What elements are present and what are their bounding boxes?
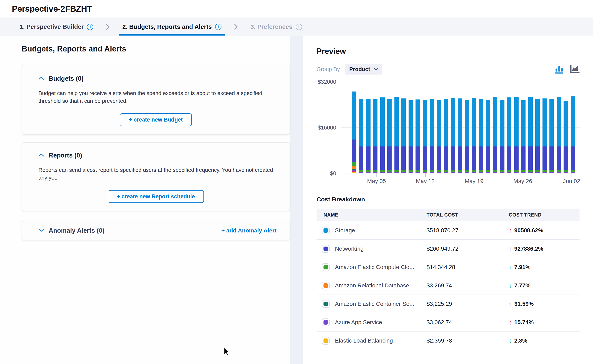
stacked-bar[interactable] <box>458 98 462 173</box>
stacked-bar[interactable] <box>486 100 490 173</box>
wizard-stepper: 1. Perspective Builder i 2. Budgets, Rep… <box>0 18 593 36</box>
table-row[interactable]: Amazon Elastic Container Se...$3,225.29↑… <box>317 295 580 313</box>
chevron-right-icon <box>105 23 110 30</box>
stacked-bar[interactable] <box>359 99 363 173</box>
row-total-cost: $14,344.28 <box>426 264 509 270</box>
table-row[interactable]: Amazon Relational Database...$3,269.74↓7… <box>317 276 580 295</box>
chart-y-axis: $32000 $16000 $0 <box>317 82 341 173</box>
bar-chart-icon[interactable] <box>555 65 564 73</box>
stacked-bar[interactable] <box>423 100 427 173</box>
table-row[interactable]: Elastic Load Balancing$2,359.78↓2.8% <box>317 332 580 350</box>
stacked-bars[interactable] <box>341 82 580 173</box>
row-total-cost: $518,870.27 <box>426 227 509 234</box>
y-tick: $32000 <box>318 79 336 85</box>
cost-preview-chart: $32000 $16000 $0 May 05May 12May 19May 2… <box>317 82 580 187</box>
stacked-bar[interactable] <box>415 99 420 173</box>
tab-budgets-reports-alerts[interactable]: 2. Budgets, Reports and Alerts i <box>119 18 225 36</box>
x-tick-mark <box>474 173 474 177</box>
stacked-bar[interactable] <box>472 98 476 173</box>
cost-breakdown-title: Cost Breakdown <box>317 196 580 203</box>
row-name: Azure App Service <box>335 319 382 325</box>
chart-plot-area <box>341 82 580 173</box>
add-anomaly-alert-link[interactable]: + add Anomaly Alert <box>221 227 276 234</box>
budgets-card-title[interactable]: Budgets (0) <box>49 75 84 82</box>
x-tick-mark <box>572 173 572 177</box>
preview-title: Preview <box>317 47 580 56</box>
stacked-bar[interactable] <box>564 101 568 173</box>
stacked-bar[interactable] <box>401 98 406 173</box>
stacked-bar[interactable] <box>444 99 448 173</box>
stacked-bar[interactable] <box>366 99 371 173</box>
trend-up-icon: ↑ <box>509 227 512 234</box>
create-budget-button[interactable]: + create new Budget <box>120 113 192 126</box>
info-icon: i <box>215 24 221 30</box>
trend-down-icon: ↓ <box>509 337 512 344</box>
col-name: NAME <box>317 212 426 218</box>
stacked-bar[interactable] <box>507 98 511 173</box>
anomaly-alerts-title[interactable]: Anomaly Alerts (0) <box>49 227 105 234</box>
row-name: Storage <box>335 227 355 234</box>
trend-up-icon: ↑ <box>509 319 512 326</box>
group-by-label: Group By <box>317 66 340 72</box>
stacked-bar[interactable] <box>571 96 575 173</box>
reports-card-title[interactable]: Reports (0) <box>49 152 82 159</box>
row-total-cost: $3,269.74 <box>426 282 509 289</box>
stacked-bar[interactable] <box>437 100 441 173</box>
group-by-dropdown[interactable]: Product <box>345 64 382 75</box>
row-name: Networking <box>335 246 364 252</box>
reports-description: Reports can send a cost report to specif… <box>39 166 273 182</box>
stacked-bar[interactable] <box>528 97 533 173</box>
row-cost-trend: 31.59% <box>514 301 534 307</box>
stacked-bar[interactable] <box>394 97 399 173</box>
info-icon: i <box>87 24 93 30</box>
stacked-bar[interactable] <box>557 97 561 173</box>
stacked-bar[interactable] <box>373 99 378 173</box>
x-tick-label: Jun 02 <box>563 178 580 184</box>
chart-x-axis: May 05May 12May 19May 26Jun 02 <box>341 173 580 187</box>
chevron-down-icon[interactable] <box>39 228 44 233</box>
stacked-bar[interactable] <box>521 100 526 173</box>
chevron-down-icon <box>373 67 378 71</box>
page-title: Perspective-2FBZHT <box>12 4 92 14</box>
table-row[interactable]: Azure App Service$3,062.74↑15.74% <box>317 313 580 332</box>
row-name: Amazon Relational Database... <box>335 282 414 289</box>
chevron-up-icon[interactable] <box>39 76 44 81</box>
stacked-bar[interactable] <box>549 99 554 173</box>
stacked-bar[interactable] <box>493 97 497 173</box>
stacked-bar[interactable] <box>352 91 356 173</box>
x-tick-label: May 05 <box>367 178 386 184</box>
reports-card: Reports (0) Reports can send a cost repo… <box>22 142 290 211</box>
tab-preferences[interactable]: 3. Preferences i <box>247 18 306 36</box>
trend-down-icon: ↓ <box>509 264 512 271</box>
stacked-bar[interactable] <box>500 100 505 173</box>
stacked-bar[interactable] <box>465 100 469 173</box>
row-cost-trend: 15.74% <box>514 319 534 325</box>
stacked-bar[interactable] <box>380 98 385 173</box>
stacked-bar[interactable] <box>479 99 483 173</box>
cost-breakdown-table: NAME TOTAL COST COST TREND Storage$518,8… <box>317 208 580 350</box>
row-total-cost: $3,062.74 <box>426 319 509 325</box>
stacked-bar[interactable] <box>542 98 547 173</box>
tab-label: 3. Preferences <box>251 23 293 30</box>
table-row[interactable]: Networking$260,949.72↑927886.2% <box>317 240 580 258</box>
stacked-bar[interactable] <box>430 99 434 173</box>
chevron-up-icon[interactable] <box>39 153 44 158</box>
x-tick-mark <box>376 173 377 177</box>
stacked-bar[interactable] <box>535 99 540 173</box>
panel-divider <box>290 36 303 364</box>
row-total-cost: $3,225.29 <box>426 301 509 307</box>
col-cost-trend: COST TREND <box>509 212 580 218</box>
area-chart-icon[interactable] <box>570 65 580 73</box>
create-report-schedule-button[interactable]: + create new Report schedule <box>108 190 204 203</box>
stacked-bar[interactable] <box>409 100 413 173</box>
table-row[interactable]: Storage$518,870.27↑90508.62% <box>317 221 580 240</box>
stacked-bar[interactable] <box>451 98 455 173</box>
table-row[interactable]: Amazon Elastic Compute Clo...$14,344.28↓… <box>317 258 580 276</box>
stacked-bar[interactable] <box>387 99 392 173</box>
tab-perspective-builder[interactable]: 1. Perspective Builder i <box>16 18 97 36</box>
page-header: Perspective-2FBZHT <box>0 0 593 18</box>
chevron-right-icon <box>233 23 239 30</box>
stacked-bar[interactable] <box>514 97 519 173</box>
x-tick-label: May 26 <box>513 178 532 184</box>
tab-label: 2. Budgets, Reports and Alerts <box>122 23 212 30</box>
